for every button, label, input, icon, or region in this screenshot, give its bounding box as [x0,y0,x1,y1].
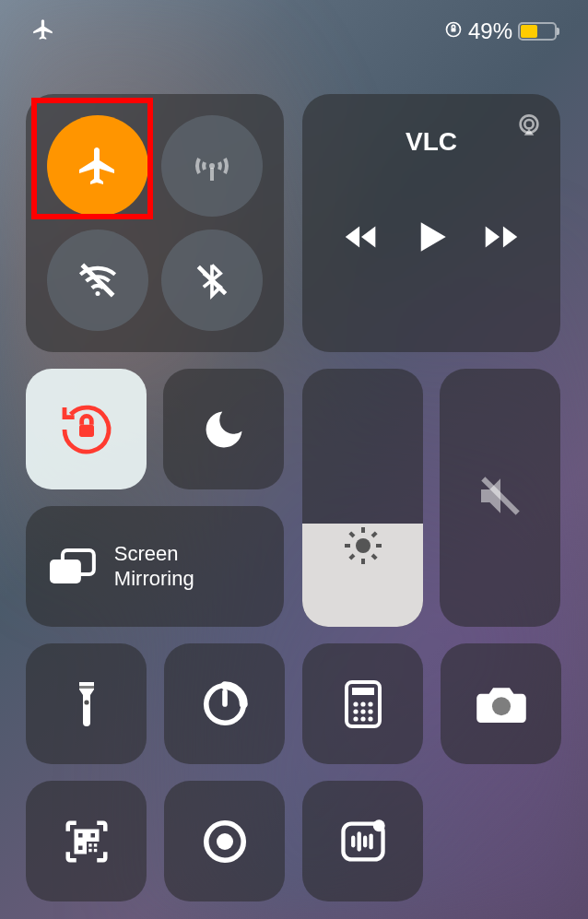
screen-mirroring-button[interactable]: Screen Mirroring [26,506,284,627]
battery-percent-label: 49% [468,18,512,44]
screen-record-button[interactable] [164,781,285,901]
svg-point-32 [368,709,372,713]
svg-rect-26 [352,688,374,695]
svg-rect-39 [76,843,84,852]
qr-code-icon [62,817,112,866]
svg-point-35 [368,716,372,721]
svg-line-17 [349,533,353,536]
flashlight-icon [65,677,109,732]
brightness-icon [341,524,385,571]
svg-point-47 [372,819,384,831]
highlight-annotation [31,98,153,219]
camera-icon [475,682,528,726]
svg-rect-38 [88,831,97,839]
connectivity-module[interactable] [26,94,284,352]
svg-point-36 [491,697,510,715]
battery-fill [521,25,537,38]
media-module[interactable]: VLC [302,94,560,352]
cellular-data-toggle[interactable] [161,115,263,217]
wifi-toggle[interactable] [47,230,148,331]
svg-point-28 [360,701,365,706]
svg-rect-1 [451,28,455,31]
svg-point-45 [217,833,233,850]
wifi-off-icon [75,257,121,303]
airplay-icon[interactable] [514,111,544,144]
calculator-icon [342,678,384,730]
status-bar: 49% [26,11,562,52]
timer-icon [200,679,250,729]
svg-rect-22 [79,686,94,689]
calculator-button[interactable] [302,643,423,764]
svg-point-4 [96,291,100,296]
cellular-icon [190,144,234,188]
svg-point-30 [353,709,358,713]
svg-point-8 [524,120,533,128]
do-not-disturb-toggle[interactable] [163,369,284,489]
svg-line-18 [372,555,376,559]
battery-icon [518,22,557,41]
orientation-lock-icon [57,400,116,459]
svg-point-23 [84,700,88,704]
timer-button[interactable] [164,643,285,764]
record-icon [200,817,250,866]
svg-point-27 [353,701,358,706]
svg-rect-11 [50,560,81,583]
svg-point-29 [368,701,372,706]
screen-mirroring-icon [46,541,98,593]
moon-icon [200,406,248,454]
play-button[interactable] [406,212,456,265]
rewind-button[interactable] [340,216,382,262]
bluetooth-toggle[interactable] [161,230,263,331]
svg-rect-42 [88,848,91,851]
bluetooth-off-icon [192,260,232,300]
svg-rect-43 [93,843,96,846]
svg-rect-37 [76,831,84,839]
flashlight-button[interactable] [26,643,147,764]
svg-line-20 [372,533,376,536]
svg-rect-41 [93,848,96,851]
qr-scanner-button[interactable] [26,781,147,901]
airplane-mode-status-icon [31,18,55,45]
svg-point-33 [353,716,358,721]
svg-line-19 [349,555,353,559]
shazam-button[interactable] [302,781,423,901]
orientation-lock-toggle[interactable] [26,369,147,489]
orientation-lock-status-icon [444,20,463,42]
volume-slider[interactable] [440,369,560,627]
music-recognition-icon [337,816,389,867]
screen-mirroring-label: Screen Mirroring [114,542,264,591]
media-app-name: VLC [319,127,544,157]
svg-rect-40 [88,843,91,846]
camera-button[interactable] [441,643,561,764]
fast-forward-button[interactable] [480,216,523,262]
svg-point-12 [356,538,370,553]
svg-point-31 [360,709,365,713]
svg-point-34 [360,716,365,721]
volume-muted-icon [475,470,526,525]
svg-rect-9 [79,424,94,436]
brightness-slider[interactable] [302,369,423,627]
